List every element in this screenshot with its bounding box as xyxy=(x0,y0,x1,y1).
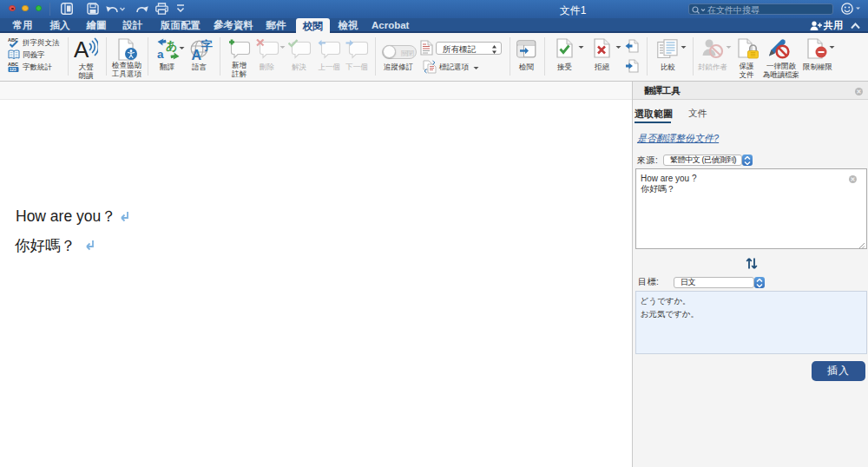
svg-text:123: 123 xyxy=(10,68,16,72)
svg-text:A: A xyxy=(192,48,202,61)
svg-text:ABC: ABC xyxy=(8,62,18,67)
svg-text:a: a xyxy=(157,48,164,60)
svg-text:字: 字 xyxy=(201,39,214,52)
svg-text:A: A xyxy=(74,36,89,59)
svg-text:あ: あ xyxy=(166,39,177,52)
